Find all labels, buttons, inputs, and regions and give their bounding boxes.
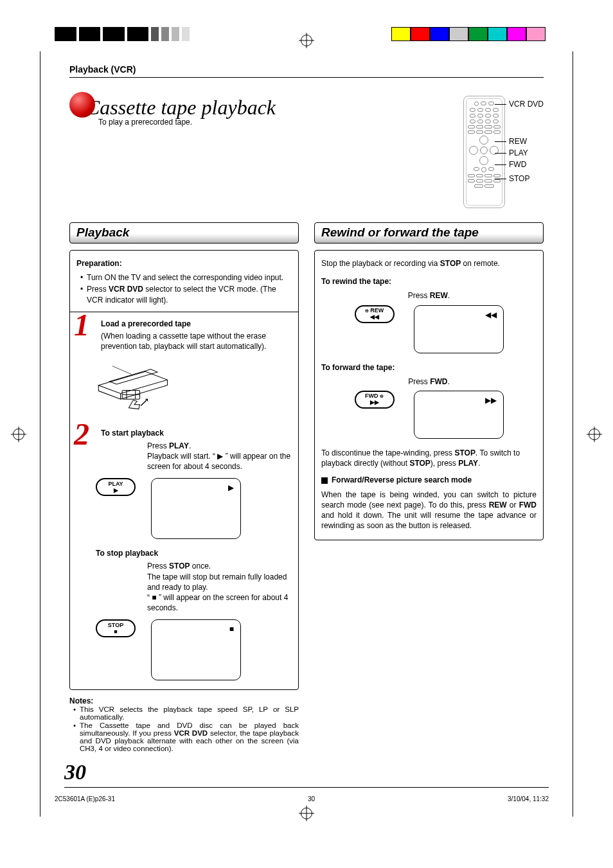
stop-desc2: “ ■ ” will appear on the screen for abou…: [147, 592, 292, 613]
play-icon: ▶: [114, 488, 118, 493]
playback-heading: Playback: [69, 222, 299, 244]
screen-play-indicator: ▶: [151, 478, 241, 539]
play-icon: ▶: [228, 483, 234, 493]
decorative-sphere-icon: [69, 92, 95, 118]
press-stop-line: Press STOP once.: [147, 561, 292, 571]
press-fwd-line: Press FWD.: [321, 376, 537, 387]
breadcrumb-rule: [69, 77, 544, 78]
page-number: 30: [64, 760, 86, 784]
print-black-bars: [55, 27, 190, 41]
search-mode-title: Forward/Reverse picture search mode: [321, 475, 537, 485]
prep-item: Turn ON the TV and select the correspond…: [80, 272, 292, 283]
footer-metadata: 2C53601A (E)p26-31 30 3/10/04, 11:32: [55, 795, 549, 802]
rewind-icon: ◀◀: [485, 310, 497, 320]
footer-page: 30: [308, 795, 315, 802]
remote-label-fwd: FWD: [509, 160, 544, 169]
forward-tape-title: To forward the tape:: [321, 362, 537, 373]
rewind-panel: Stop the playback or recording via STOP …: [314, 250, 544, 540]
breadcrumb: Playback (VCR): [69, 64, 544, 75]
print-color-bars: [391, 27, 546, 43]
rew-button-illustration: ⊖ REW ◀◀: [355, 305, 395, 323]
remote-label-rew: REW: [509, 137, 544, 146]
footer-timestamp: 3/10/04, 11:32: [508, 795, 549, 802]
step1-title: Load a prerecorded tape: [101, 319, 292, 329]
note-item: This VCR selects the playback tape speed…: [73, 705, 299, 721]
registration-mark-right: [589, 429, 600, 440]
step-number-1: 1: [74, 310, 89, 341]
press-rew-line: Press REW.: [321, 290, 537, 301]
forward-icon: ▶▶: [485, 395, 497, 405]
remote-label-vcr-dvd: VCR DVD: [509, 100, 544, 109]
page-number-rule: [64, 787, 549, 788]
remote-label-play: PLAY: [509, 148, 544, 157]
forward-icon: ▶▶: [370, 400, 379, 405]
fwd-button-illustration: FWD ⊖ ▶▶: [355, 391, 395, 409]
play-desc: Playback will start. “ ▶ ” will appear o…: [147, 451, 292, 472]
rewind-heading: Rewind or forward the tape: [314, 222, 544, 244]
discontinue-text: To discontinue the tape-winding, press S…: [321, 448, 537, 468]
playback-panel: Preparation: Turn ON the TV and select t…: [69, 250, 299, 690]
step-number-2: 2: [74, 419, 89, 450]
registration-mark-left: [13, 429, 24, 440]
preparation-label: Preparation:: [76, 258, 292, 269]
stop-desc1: The tape will stop but remain fully load…: [147, 572, 292, 592]
screen-rew-indicator: ◀◀: [414, 305, 504, 353]
note-item: The Cassette tape and DVD disc can be pl…: [73, 722, 299, 752]
remote-label-stop: STOP: [509, 174, 544, 183]
remote-diagram: VCR DVD REW PLAY FWD STOP: [463, 96, 544, 208]
step1-body: (When loading a cassette tape without th…: [101, 331, 292, 351]
search-mode-body: When the tape is being winded, you can s…: [321, 490, 537, 531]
rewind-icon: ◀◀: [370, 314, 379, 320]
rewind-tape-title: To rewind the tape:: [321, 276, 537, 287]
stop-icon: ■: [229, 624, 234, 634]
screen-stop-indicator: ■: [151, 619, 241, 680]
notes-heading: Notes:: [69, 696, 299, 705]
cassette-insert-illustration: [96, 359, 292, 420]
page-title: Cassette tape playback: [86, 96, 276, 120]
prep-item: Press VCR DVD selector to select the VCR…: [80, 284, 292, 305]
stop-button-illustration: STOP ■: [96, 619, 136, 637]
square-bullet-icon: [321, 477, 328, 484]
step2-title: To start playback: [101, 428, 292, 438]
play-button-illustration: PLAY ▶: [96, 478, 136, 496]
stop-playback-title: To stop playback: [96, 548, 292, 558]
rewind-intro: Stop the playback or recording via STOP …: [321, 258, 537, 269]
screen-fwd-indicator: ▶▶: [414, 391, 504, 439]
footer-doc-id: 2C53601A (E)p26-31: [55, 795, 115, 802]
stop-icon: ■: [114, 629, 117, 635]
press-play-line: Press PLAY.: [147, 441, 292, 451]
registration-mark-top: [301, 35, 312, 46]
